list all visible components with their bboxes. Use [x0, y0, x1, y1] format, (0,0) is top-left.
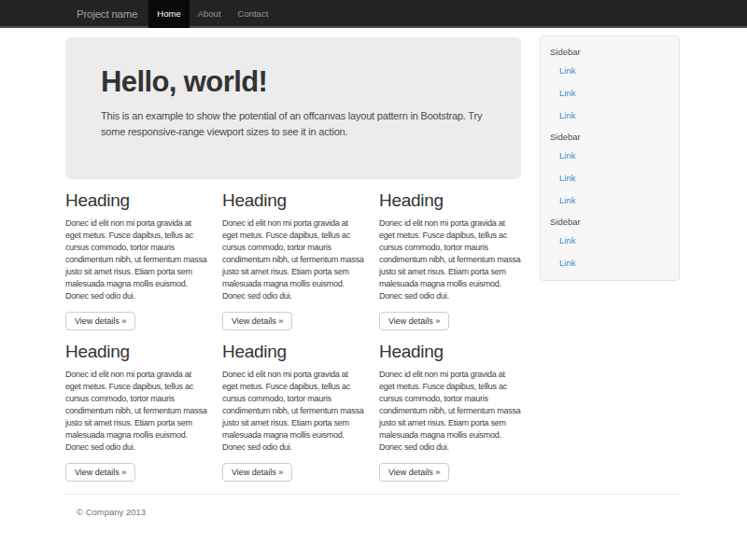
sidebar-link[interactable]: Link — [541, 189, 679, 212]
page-container: Hello, world! This is an example to show… — [65, 28, 682, 517]
view-details-button[interactable]: View details » — [379, 463, 449, 482]
cards-row-1: Heading Donec id elit non mi porta gravi… — [65, 190, 521, 330]
top-navbar: Project name Home About Contact — [0, 0, 747, 28]
sidebar-link[interactable]: Link — [541, 230, 679, 252]
card-body: Donec id elit non mi porta gravida at eg… — [65, 369, 207, 454]
card: Heading Donec id elit non mi porta gravi… — [65, 342, 207, 482]
card-body: Donec id elit non mi porta gravida at eg… — [379, 369, 521, 454]
sidebar-link[interactable]: Link — [541, 167, 679, 189]
navbar-menu: Home About Contact — [148, 0, 276, 28]
card-heading: Heading — [65, 190, 207, 211]
sidebar-link[interactable]: Link — [541, 82, 679, 105]
nav-item-contact: Contact — [230, 0, 277, 28]
navbar-container: Project name Home About Contact — [65, 0, 682, 28]
nav-link-contact[interactable]: Contact — [230, 0, 277, 28]
nav-item-about: About — [190, 0, 230, 28]
view-details-button[interactable]: View details » — [65, 312, 135, 330]
nav-link-about[interactable]: About — [190, 0, 230, 28]
card-heading: Heading — [222, 190, 364, 211]
card-body: Donec id elit non mi porta gravida at eg… — [222, 369, 364, 454]
view-details-button[interactable]: View details » — [222, 312, 292, 330]
brand-link[interactable]: Project name — [65, 0, 148, 28]
nav-item-home: Home — [148, 0, 189, 28]
card-body: Donec id elit non mi porta gravida at eg… — [65, 217, 207, 302]
sidebar-link[interactable]: Link — [541, 252, 679, 274]
sidebar-panel: Sidebar Link Link Link Sidebar Link Link… — [540, 35, 680, 281]
sidebar-link[interactable]: Link — [541, 60, 679, 82]
card-heading: Heading — [222, 342, 364, 362]
jumbotron: Hello, world! This is an example to show… — [65, 37, 521, 179]
footer: © Company 2013 — [65, 495, 682, 517]
sidebar: Sidebar Link Link Link Sidebar Link Link… — [540, 28, 680, 281]
view-details-button[interactable]: View details » — [65, 463, 135, 482]
card-heading: Heading — [65, 342, 207, 362]
page-subtitle: This is an example to show the potential… — [101, 108, 486, 140]
copyright-text: © Company 2013 — [65, 495, 682, 517]
content-row: Hello, world! This is an example to show… — [65, 28, 682, 482]
nav-link-home[interactable]: Home — [148, 0, 189, 28]
card-heading: Heading — [379, 342, 521, 362]
view-details-button[interactable]: View details » — [222, 463, 292, 482]
sidebar-link[interactable]: Link — [541, 105, 679, 127]
card-body: Donec id elit non mi porta gravida at eg… — [222, 217, 364, 302]
cards-row-2: Heading Donec id elit non mi porta gravi… — [65, 342, 521, 482]
card: Heading Donec id elit non mi porta gravi… — [379, 190, 521, 330]
card-heading: Heading — [379, 190, 521, 211]
view-details-button[interactable]: View details » — [379, 312, 449, 330]
sidebar-group-header: Sidebar — [541, 42, 679, 60]
main-content: Hello, world! This is an example to show… — [65, 28, 521, 482]
sidebar-group-header: Sidebar — [541, 127, 679, 145]
card: Heading Donec id elit non mi porta gravi… — [65, 190, 207, 330]
card-body: Donec id elit non mi porta gravida at eg… — [379, 217, 521, 302]
sidebar-link[interactable]: Link — [541, 145, 679, 167]
card: Heading Donec id elit non mi porta gravi… — [222, 190, 364, 330]
page-title: Hello, world! — [101, 65, 486, 99]
card: Heading Donec id elit non mi porta gravi… — [379, 342, 521, 482]
sidebar-group-header: Sidebar — [541, 212, 679, 230]
card: Heading Donec id elit non mi porta gravi… — [222, 342, 364, 482]
